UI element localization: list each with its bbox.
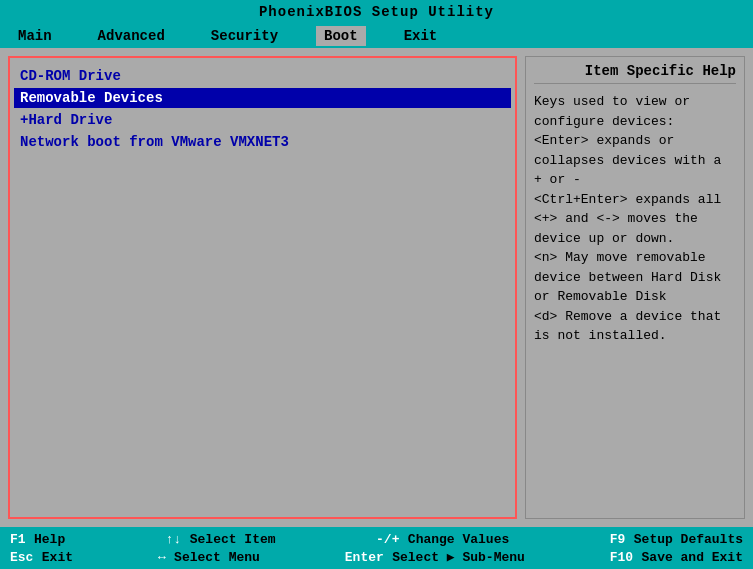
- status-plusminus: -/+ Change Values: [376, 531, 509, 547]
- status-f10: F10 Save and Exit: [610, 549, 743, 565]
- main-content: CD-ROM Drive Removable Devices +Hard Dri…: [0, 48, 753, 527]
- menu-item-exit[interactable]: Exit: [396, 26, 446, 46]
- status-f9: F9 Setup Defaults: [610, 531, 743, 547]
- boot-item-cdrom[interactable]: CD-ROM Drive: [14, 66, 511, 86]
- boot-item-network[interactable]: Network boot from VMware VMXNET3: [14, 132, 511, 152]
- help-title: Item Specific Help: [534, 63, 736, 84]
- boot-item-harddrive[interactable]: +Hard Drive: [14, 110, 511, 130]
- title-text: PhoenixBIOS Setup Utility: [259, 4, 494, 20]
- bios-screen: PhoenixBIOS Setup Utility Main Advanced …: [0, 0, 753, 569]
- title-bar: PhoenixBIOS Setup Utility: [0, 0, 753, 24]
- status-bar: F1 Help ↑↓ Select Item -/+ Change Values…: [0, 527, 753, 569]
- status-row1: F1 Help ↑↓ Select Item -/+ Change Values…: [10, 530, 743, 548]
- status-f1: F1 Help: [10, 531, 65, 547]
- help-text: Keys used to view or configure devices: …: [534, 92, 736, 346]
- menu-item-security[interactable]: Security: [203, 26, 286, 46]
- menu-item-main[interactable]: Main: [10, 26, 60, 46]
- menu-bar: Main Advanced Security Boot Exit: [0, 24, 753, 48]
- menu-item-advanced[interactable]: Advanced: [90, 26, 173, 46]
- status-row2: Esc Exit ↔ Select Menu Enter Select ▶ Su…: [10, 548, 743, 566]
- menu-item-boot[interactable]: Boot: [316, 26, 366, 46]
- status-leftright: ↔ Select Menu: [158, 549, 260, 565]
- status-esc: Esc Exit: [10, 549, 73, 565]
- help-panel: Item Specific Help Keys used to view or …: [525, 56, 745, 519]
- status-updown: ↑↓ Select Item: [166, 531, 276, 547]
- status-enter: Enter Select ▶ Sub-Menu: [345, 549, 525, 565]
- boot-order-panel: CD-ROM Drive Removable Devices +Hard Dri…: [8, 56, 517, 519]
- boot-item-removable[interactable]: Removable Devices: [14, 88, 511, 108]
